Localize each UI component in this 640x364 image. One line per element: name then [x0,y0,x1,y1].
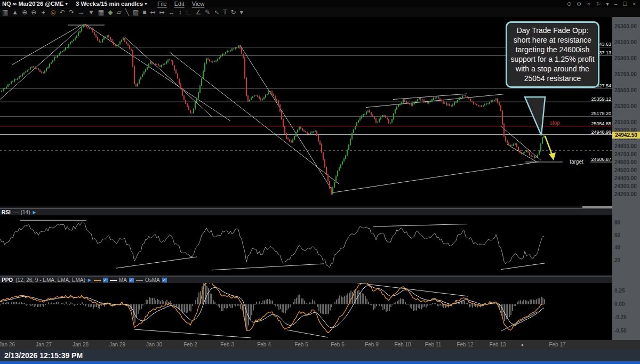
date-label: Feb 6 [322,342,354,347]
menu-edit[interactable]: Edit [174,1,185,7]
link-icon[interactable]: ∝ [587,1,590,7]
window-controls: ⊙⚙∝⚐▾–☐× [567,1,636,7]
price-axis-label: 25100.00 [612,119,640,126]
pointer-arrow-icon[interactable]: → [78,7,84,17]
chart-area: 26043.6325937.1325527.5425359.1225178.20… [0,17,640,340]
candle-chart-icon[interactable]: ▥ [2,7,8,17]
date-label: Jan 27 [28,342,60,347]
rsi-chart-canvas[interactable] [0,215,612,276]
ppo-signal-line [0,286,544,328]
symbol-dropdown-icon[interactable]: ▼ [65,2,68,6]
svg-text:24606.87: 24606.87 [591,157,611,162]
menu-view[interactable]: View [192,1,205,7]
refresh-icon[interactable]: ↻ [231,7,236,17]
date-label: Jan 30 [138,342,170,347]
rsi-axis-label: 40 [612,245,640,251]
refresh-dropdown-icon[interactable]: ▾ [240,7,243,17]
extend-left-icon[interactable]: ↤ [150,7,156,17]
extend-horizontal-icon[interactable]: ↔ [169,7,175,17]
area-chart-icon[interactable]: ▲ [12,7,18,17]
title-bar: NQ ∞ Mar20'26 @CME ▼ 3 Weeks/15 min cand… [0,0,640,7]
pin-dropdown-icon[interactable]: ▾ [606,1,609,7]
date-label: Feb 12 [449,342,481,347]
trade-note-annotation[interactable]: Day Trade Fade Opp: short here at resist… [506,21,599,88]
ppo-chart-canvas[interactable] [0,283,612,340]
zoom-in-icon[interactable]: ⊕ [22,7,27,17]
ppo-trendlines[interactable] [134,283,538,338]
rsi-panel-header: RSI — (14) ▶ [0,208,612,215]
svg-text:25054.85: 25054.85 [591,121,611,126]
close-icon[interactable]: × [633,1,636,7]
scale-log-icon[interactable]: ∠ [195,7,201,17]
hand-pointer-icon[interactable]: ▶ [33,210,36,215]
drawing-toolbar: ▥▲⊕⊖＋◎↶↷→▼▦◆▱╲▨■↤↦↔↕∟∠✎↖T↻▾ [0,7,640,17]
price-axis-label: 24800.00 [612,143,640,150]
sell-arrow[interactable] [545,136,556,160]
price-axis-label: 24600.00 [612,159,640,166]
pan-hand-icon[interactable]: ＋ [40,7,46,17]
ppo-legend: ✓MA✓OsMA✓ [94,277,167,283]
cursor-icon[interactable]: ↖ [214,7,219,17]
price-axis-label: 25300.00 [612,103,640,110]
date-label: Feb 4 [248,342,280,347]
trendlines[interactable] [0,25,541,193]
redo-icon[interactable]: ↷ [69,7,74,17]
text-tool-icon[interactable]: T [223,7,227,17]
time-axis[interactable]: Jan 26Jan 27Jan 28Jan 29Jan 30Feb 2Feb 3… [0,340,640,350]
date-label: Jan 26 [0,342,23,347]
timeframe-label[interactable]: 3 Weeks/15 min candles [76,1,143,7]
rsi-title[interactable]: RSI [2,209,11,215]
rsi-legend: (14) [21,209,30,215]
date-label: Feb 13 [482,342,514,347]
symbol-label[interactable]: NQ ∞ Mar20'26 @CME [2,1,63,7]
calendar-icon[interactable]: ▦ [98,7,104,17]
date-label: Jan 29 [101,342,133,347]
ruler-icon[interactable]: ▱ [116,7,121,17]
date-label: Feb 10 [387,342,419,347]
extend-vertical-icon[interactable]: ↕ [179,7,182,17]
date-label: Feb 2 [174,342,206,347]
pin-icon[interactable]: ⚐ [596,1,601,7]
ppo-series-label: MA [119,277,127,283]
dropdown-triangle-icon[interactable]: ▼ [88,7,94,17]
minimize-icon[interactable]: – [614,1,618,7]
ppo-series-checkbox[interactable]: ✓ [129,278,134,282]
svg-text:25359.12: 25359.12 [591,96,611,102]
date-label: Jan 28 [65,342,97,347]
maximize-icon[interactable]: ☐ [622,1,627,7]
undo-icon[interactable]: ↶ [60,7,65,17]
ppo-title[interactable]: PPO [2,277,13,283]
price-axis-label: 25900.00 [612,55,640,62]
crosshair-icon[interactable]: ◎ [50,7,55,17]
draw-tool-icon[interactable]: ✎ [205,7,210,17]
timeframe-dropdown-icon[interactable]: ▼ [144,2,148,6]
ppo-series-checkbox[interactable]: ✓ [103,278,108,282]
rectangle-icon[interactable]: ■ [142,7,146,17]
stop-line[interactable]: stop25054.85 [0,120,612,126]
find-icon[interactable]: ⊙ [567,1,571,7]
zoom-out-icon[interactable]: ⊖ [31,7,36,17]
extend-right-icon[interactable]: ↦ [159,7,165,17]
marker-icon[interactable]: ◆ [108,7,113,17]
ppo-series-checkbox[interactable]: ✓ [162,278,167,282]
settings-gear-icon[interactable]: ⚙ [577,1,582,7]
ppo-histogram [0,283,545,331]
trendline-icon[interactable]: ╲ [125,7,129,17]
hatch-icon[interactable]: ▨ [133,7,139,17]
price-axis-label: 25500.00 [612,87,640,94]
date-label: Feb 17 [541,342,573,347]
price-axis[interactable]: 24942.50 26300.0026100.0025900.0025700.0… [612,17,640,340]
last-price-tag: 24942.50 [612,132,640,139]
hand-pointer-icon[interactable]: ▶ [88,278,91,282]
scale-linear-icon[interactable]: ∟ [186,7,192,17]
ppo-axis-label: 0.25 [612,288,640,294]
ppo-params: (12, 26, 9 - EMA, EMA, EMA) [15,277,85,283]
price-axis-label: 24400.00 [612,175,640,182]
ppo-series-swatch [94,280,101,281]
date-label: Feb 11 [417,342,449,347]
svg-text:24948.98: 24948.98 [591,130,611,135]
taskbar-edge [0,361,640,364]
price-axis-label: 24700.00 [612,151,640,158]
status-bar: 2/13/2026 12:15:39 PM [0,350,640,361]
menu-file[interactable]: File [157,1,167,7]
